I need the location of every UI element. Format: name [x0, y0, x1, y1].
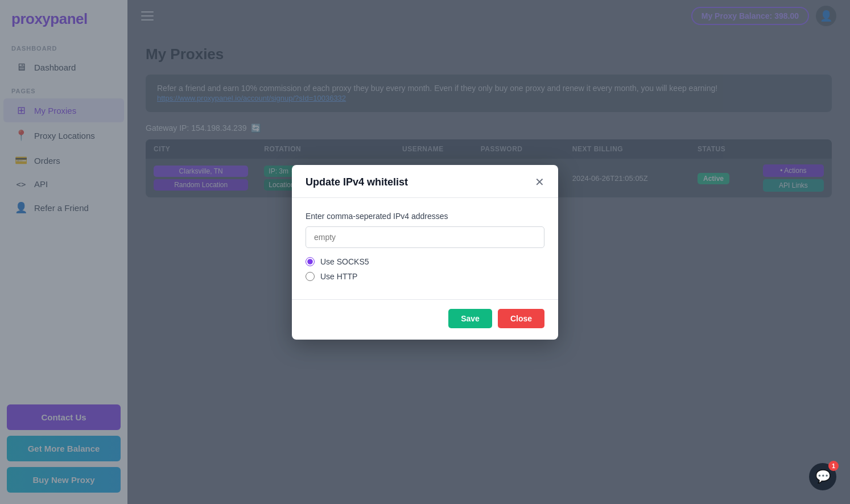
modal-overlay: Update IPv4 whitelist ✕ Enter comma-sepe… — [0, 0, 850, 504]
http-option[interactable]: Use HTTP — [306, 272, 544, 281]
modal-description: Enter comma-seperated IPv4 addresses — [306, 212, 544, 221]
ipv4-input[interactable] — [306, 226, 544, 248]
chat-badge: 1 — [828, 461, 839, 471]
protocol-radio-group: Use SOCKS5 Use HTTP — [306, 257, 544, 281]
save-button[interactable]: Save — [448, 309, 492, 328]
http-radio[interactable] — [306, 272, 315, 281]
chat-bubble[interactable]: 💬 1 — [809, 463, 836, 490]
modal-header: Update IPv4 whitelist ✕ — [292, 165, 558, 198]
http-label: Use HTTP — [320, 272, 357, 281]
modal-footer: Save Close — [292, 299, 558, 340]
socks5-option[interactable]: Use SOCKS5 — [306, 257, 544, 266]
close-modal-button[interactable]: Close — [498, 309, 544, 328]
socks5-radio[interactable] — [306, 257, 315, 266]
chat-icon: 💬 — [815, 469, 831, 484]
modal-body: Enter comma-seperated IPv4 addresses Use… — [292, 198, 558, 299]
modal-close-x-button[interactable]: ✕ — [535, 176, 544, 188]
modal-dialog: Update IPv4 whitelist ✕ Enter comma-sepe… — [292, 165, 558, 340]
modal-title: Update IPv4 whitelist — [306, 176, 408, 188]
socks5-label: Use SOCKS5 — [320, 257, 369, 266]
